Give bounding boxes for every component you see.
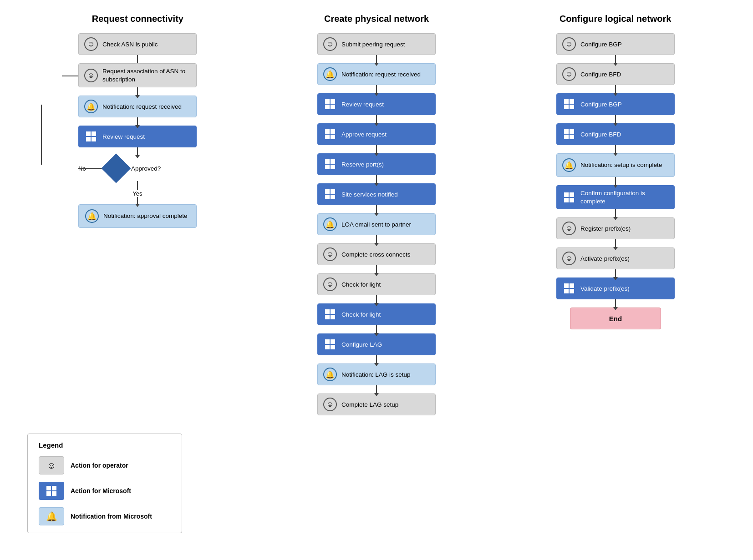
person-icon: ☺ (562, 252, 576, 265)
c2-submit-peering: ☺ Submit peering request (317, 33, 436, 55)
c2n5-text: Reserve port(s) (341, 161, 384, 168)
c3n10-text: End (609, 315, 622, 323)
ms-icon (562, 127, 576, 141)
c2n3-text: Review request (341, 101, 384, 108)
legend-item-notification: 🔔 Notification from Microsoft (39, 507, 171, 525)
person-icon: ☺ (562, 37, 576, 51)
c1-notif-approval: 🔔 Notification: approval complete (78, 204, 197, 228)
c2n13-text: Complete LAG setup (341, 401, 398, 408)
c1n4-text: Review request (102, 133, 145, 140)
ms-icon (323, 308, 337, 321)
ms-icon (323, 187, 337, 201)
person-icon: ☺ (323, 277, 337, 291)
bell-icon: 🔔 (46, 511, 57, 522)
c1n3-text: Notification: request received (102, 103, 182, 110)
approved-diamond (101, 154, 131, 183)
ms-icon (562, 97, 576, 111)
c2n6-text: Site services notified (341, 191, 398, 198)
c1-check-asn: ☺ Check ASN is public (78, 33, 197, 55)
bell-icon: 🔔 (323, 368, 337, 381)
c1n1-text: Check ASN is public (102, 41, 158, 48)
col3-title: Configure logical network (560, 14, 672, 24)
ms-icon (562, 282, 576, 295)
legend-title: Legend (39, 441, 171, 449)
c3n1-text: Configure BGP (580, 41, 622, 48)
c3n6-text: Confirm configuration is complete (580, 189, 669, 205)
ms-icon (323, 338, 337, 351)
c3-confirm-config: Confirm configuration is complete (556, 185, 675, 209)
c2n12-text: Notification: LAG is setup (341, 371, 411, 378)
c2n8-text: Complete cross connects (341, 251, 411, 258)
person-icon: ☺ (562, 222, 576, 235)
c1n2-text: Request association of ASN to subscripti… (102, 67, 191, 83)
c2-notif-received: 🔔 Notification: request received (317, 63, 436, 85)
person-icon: ☺ (323, 37, 337, 51)
person-icon: ☺ (84, 37, 98, 51)
c2n9-text: Check for light (341, 281, 381, 288)
bell-icon: 🔔 (85, 209, 99, 223)
ms-icon (562, 191, 576, 204)
c2n10-text: Check for light (341, 311, 381, 318)
diamond-label: Approved? (131, 165, 161, 172)
ms-icon (323, 157, 337, 171)
c2-site-services: Site services notified (317, 183, 436, 205)
legend-node-blue (39, 482, 64, 500)
c1-review-request: Review request (78, 126, 197, 147)
c2n2-text: Notification: request received (341, 71, 421, 78)
c3-end: End (570, 308, 661, 329)
person-icon: ☺ (47, 460, 56, 471)
legend: Legend ☺ Action for operator Action for … (27, 434, 182, 533)
yes-label: Yes (132, 190, 142, 197)
legend-item-operator: ☺ Action for operator (39, 456, 171, 474)
c2n11-text: Configure LAG (341, 341, 382, 348)
arrow-1 (137, 55, 138, 63)
c3-configure-bfd-1: ☺ Configure BFD (556, 63, 675, 85)
c2-review-request: Review request (317, 93, 436, 115)
c2-check-light-2: Check for light (317, 303, 436, 325)
c2-check-light-1: ☺ Check for light (317, 273, 436, 295)
c2n1-text: Submit peering request (341, 41, 405, 48)
c3n4-text: Configure BFD (580, 131, 621, 138)
c3-register-prefix: ☺ Register prefix(es) (556, 217, 675, 239)
c3-notif-setup: 🔔 Notification: setup is complete (556, 153, 675, 177)
c3-configure-bgp-2: Configure BGP (556, 93, 675, 115)
col2-title: Create physical network (324, 14, 429, 24)
c1n5-text: Notification: approval complete (103, 212, 188, 220)
legend-label-microsoft: Action for Microsoft (71, 487, 131, 494)
c2n7-text: LOA email sent to partner (341, 221, 411, 228)
person-icon: ☺ (323, 247, 337, 261)
legend-node-lightblue: 🔔 (39, 507, 64, 525)
person-icon: ☺ (323, 398, 337, 411)
c2-approve-request: Approve request (317, 123, 436, 145)
person-icon: ☺ (84, 69, 98, 82)
c2-configure-lag: Configure LAG (317, 333, 436, 355)
c2-complete-lag: ☺ Complete LAG setup (317, 394, 436, 415)
c3n3-text: Configure BGP (580, 101, 622, 108)
legend-item-microsoft: Action for Microsoft (39, 482, 171, 500)
legend-node-gray: ☺ (39, 456, 64, 474)
c3n9-text: Validate prefix(es) (580, 285, 630, 292)
ms-icon (323, 97, 337, 111)
c3-activate-prefix: ☺ Activate prefix(es) (556, 247, 675, 269)
c2-notif-lag-setup: 🔔 Notification: LAG is setup (317, 363, 436, 385)
c2n4-text: Approve request (341, 131, 387, 138)
legend-label-notification: Notification from Microsoft (71, 513, 152, 520)
person-icon: ☺ (562, 67, 576, 81)
c2-loa-email: 🔔 LOA email sent to partner (317, 213, 436, 235)
bell-icon: 🔔 (323, 67, 337, 81)
c3n2-text: Configure BFD (580, 71, 621, 78)
c2-reserve-ports: Reserve port(s) (317, 153, 436, 175)
c3n5-text: Notification: setup is complete (580, 161, 662, 169)
c1-request-asn: ☺ Request association of ASN to subscrip… (78, 63, 197, 87)
c3-configure-bgp-1: ☺ Configure BGP (556, 33, 675, 55)
bell-icon: 🔔 (323, 217, 337, 231)
col1-title: Request connectivity (92, 14, 183, 24)
bell-icon: 🔔 (562, 158, 576, 172)
c2-cross-connects: ☺ Complete cross connects (317, 243, 436, 265)
c3n7-text: Register prefix(es) (580, 225, 631, 232)
ms-icon (323, 127, 337, 141)
ms-icon (46, 486, 56, 496)
c3-validate-prefix: Validate prefix(es) (556, 277, 675, 299)
c1-notif-received: 🔔 Notification: request received (78, 96, 197, 117)
bell-icon: 🔔 (84, 100, 98, 113)
